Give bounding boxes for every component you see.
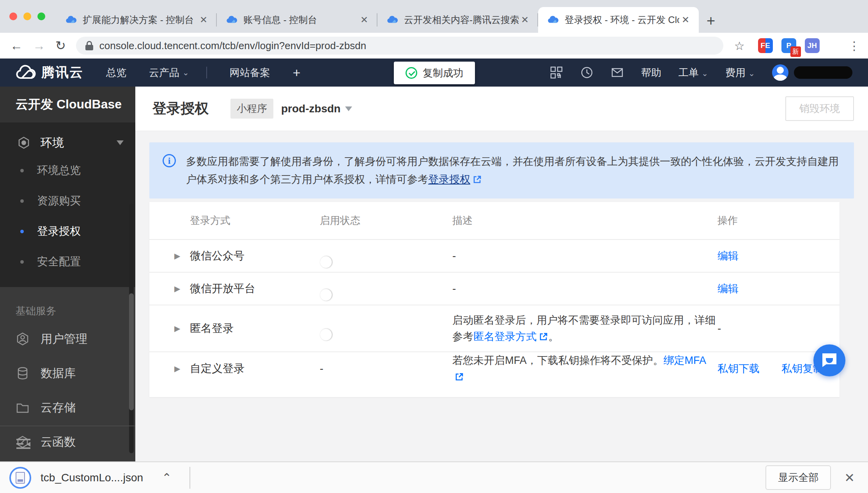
reload-button[interactable]: ↻ xyxy=(55,38,66,53)
nav-billing[interactable]: 费用 ⌄ xyxy=(725,66,755,80)
tencent-cloud-logo[interactable]: 腾讯云 xyxy=(16,64,83,82)
lock-icon[interactable] xyxy=(85,41,93,50)
console-top-nav: 腾讯云 总览 云产品⌄ 网站备案 + 复制成功 帮助 工单 ⌄ 费用 ⌄ xyxy=(0,59,868,87)
redacted-username xyxy=(794,66,852,79)
menu-products[interactable]: 云产品⌄ xyxy=(149,66,189,80)
address-bar[interactable]: console.cloud.tencent.com/tcb/env/login?… xyxy=(76,37,723,55)
edit-link[interactable]: 编辑 xyxy=(717,282,739,296)
extension-jh-icon[interactable]: JH xyxy=(805,38,820,53)
expand-row-icon[interactable]: ▶ xyxy=(174,251,190,261)
environment-group-panel: 环境 环境总览 资源购买 登录授权 安全配置 xyxy=(0,122,135,287)
folder-icon xyxy=(16,401,30,415)
bind-mfa-link[interactable]: 绑定MFA xyxy=(664,355,707,366)
text-file-glyph xyxy=(16,472,25,484)
database-icon xyxy=(16,366,30,380)
bullet-dot xyxy=(20,230,24,233)
tab-close-icon[interactable]: ✕ xyxy=(358,14,370,25)
new-tab-button[interactable]: + xyxy=(707,13,715,28)
row-description: 若您未开启MFA，下载私钥操作将不受保护。绑定MFA xyxy=(452,352,717,385)
row-description: - xyxy=(452,282,717,295)
private-key-download-link[interactable]: 私钥下载 xyxy=(717,362,760,376)
tab-close-icon[interactable]: ✕ xyxy=(679,14,692,25)
fullscreen-window-button[interactable] xyxy=(37,12,45,20)
tab-login-auth-active[interactable]: 登录授权 - 环境 - 云开发 CloudB ✕ xyxy=(538,7,699,33)
browser-tabstrip: 扩展能力解决方案 - 控制台 ✕ 账号信息 - 控制台 ✕ 云开发相关内容-腾讯… xyxy=(0,0,868,33)
tab-close-icon[interactable]: ✕ xyxy=(197,14,210,25)
external-link-icon xyxy=(473,175,482,184)
download-shelf: tcb_CustomLo....json ⌃ 显示全部 ✕ xyxy=(0,461,868,493)
page-header: 登录授权 小程序 prod-zbsdn 销毁环境 xyxy=(135,87,868,131)
bullet-dot xyxy=(20,169,24,172)
destroy-env-button[interactable]: 销毁环境 xyxy=(785,96,854,121)
table-row-wechat-official: ▶ 微信公众号 - 编辑 xyxy=(149,239,840,272)
bookmark-star-icon[interactable]: ☆ xyxy=(734,39,745,53)
back-button[interactable]: ← xyxy=(10,39,23,53)
cloud-logo-icon xyxy=(16,65,36,80)
menu-overview[interactable]: 总览 xyxy=(106,66,126,80)
banner-text: 多数应用都需要了解使用者身份，了解身份可将用户数据保存在云端，并在使用者所有设备… xyxy=(186,153,841,188)
customer-service-chat-button[interactable] xyxy=(813,344,845,376)
external-link-icon xyxy=(539,332,548,341)
menu-icp[interactable]: 网站备案 xyxy=(230,66,270,80)
col-actions: 操作 xyxy=(717,214,824,227)
minimize-window-button[interactable] xyxy=(23,12,31,20)
col-description: 描述 xyxy=(452,214,717,227)
edit-link[interactable]: 编辑 xyxy=(717,249,739,263)
chevron-down-icon: ⌄ xyxy=(701,69,708,78)
qrcode-icon[interactable] xyxy=(550,66,563,79)
close-shelf-icon[interactable]: ✕ xyxy=(844,470,855,485)
row-status-dash: - xyxy=(320,362,452,375)
tab-search-results[interactable]: 云开发相关内容-腾讯云搜索 ✕ xyxy=(377,7,538,33)
tencent-cloud-favicon xyxy=(386,14,398,26)
table-row-wechat-open: ▶ 微信开放平台 - 编辑 xyxy=(149,272,840,305)
sidebar-item-login-auth[interactable]: 登录授权 xyxy=(0,216,135,247)
show-all-downloads-button[interactable]: 显示全部 xyxy=(765,465,831,490)
collapse-sidebar-icon[interactable] xyxy=(16,438,31,450)
screen: 扩展能力解决方案 - 控制台 ✕ 账号信息 - 控制台 ✕ 云开发相关内容-腾讯… xyxy=(0,0,868,493)
copy-success-toast: 复制成功 xyxy=(394,62,475,84)
sidebar-section-basic-services: 基础服务 xyxy=(0,287,135,322)
expand-row-icon[interactable]: ▶ xyxy=(174,324,190,333)
menu-add-icon[interactable]: + xyxy=(293,65,301,80)
success-check-icon xyxy=(406,67,417,79)
tab-extension-solution[interactable]: 扩展能力解决方案 - 控制台 ✕ xyxy=(56,7,217,33)
expand-row-icon[interactable]: ▶ xyxy=(174,364,190,373)
col-login-method: 登录方式 xyxy=(190,214,320,227)
extension-icons: FE P新 JH xyxy=(758,38,820,53)
macos-window-controls[interactable] xyxy=(0,0,56,33)
downloaded-file-icon xyxy=(9,467,31,489)
forward-button[interactable]: → xyxy=(33,39,45,53)
expand-row-icon[interactable]: ▶ xyxy=(174,284,190,293)
mail-icon[interactable] xyxy=(611,66,624,79)
sidebar-item-user-management[interactable]: 用户管理 xyxy=(0,322,135,356)
account-avatar[interactable] xyxy=(772,64,788,81)
chevron-down-icon: ⌄ xyxy=(182,68,189,77)
extension-p-icon[interactable]: P新 xyxy=(781,38,796,53)
sidebar-item-resource-purchase[interactable]: 资源购买 xyxy=(0,186,135,216)
tab-close-icon[interactable]: ✕ xyxy=(519,14,531,25)
tab-title: 扩展能力解决方案 - 控制台 xyxy=(83,14,197,26)
env-selector[interactable]: prod-zbsdn xyxy=(281,103,352,115)
tab-title: 云开发相关内容-腾讯云搜索 xyxy=(404,14,519,26)
sidebar-group-environment[interactable]: 环境 xyxy=(0,130,135,155)
chevron-down-icon: ⌄ xyxy=(748,69,755,78)
banner-login-auth-link[interactable]: 登录授权 xyxy=(428,174,470,185)
nav-ticket[interactable]: 工单 ⌄ xyxy=(678,66,708,80)
downloaded-filename: tcb_CustomLo....json xyxy=(41,472,143,484)
tencent-cloud-favicon xyxy=(65,14,76,26)
sidebar-product-title: 云开发 CloudBase xyxy=(0,87,135,122)
browser-menu-icon[interactable]: ⋮ xyxy=(849,39,860,53)
sidebar-item-cloud-storage[interactable]: 云存储 xyxy=(0,390,135,425)
info-icon: i xyxy=(163,154,176,167)
nav-help[interactable]: 帮助 xyxy=(641,66,661,80)
download-chevron-up-icon[interactable]: ⌃ xyxy=(162,471,172,484)
extension-fe-icon[interactable]: FE xyxy=(758,38,773,53)
clock-icon[interactable] xyxy=(580,66,593,79)
sidebar-item-env-overview[interactable]: 环境总览 xyxy=(0,155,135,186)
sidebar-item-database[interactable]: 数据库 xyxy=(0,356,135,390)
sidebar-scrollbar[interactable] xyxy=(129,204,134,453)
tab-account-info[interactable]: 账号信息 - 控制台 ✕ xyxy=(217,7,377,33)
close-window-button[interactable] xyxy=(9,12,17,20)
anonymous-login-doc-link[interactable]: 匿名登录方式 xyxy=(473,331,537,342)
sidebar-item-security-config[interactable]: 安全配置 xyxy=(0,247,135,277)
